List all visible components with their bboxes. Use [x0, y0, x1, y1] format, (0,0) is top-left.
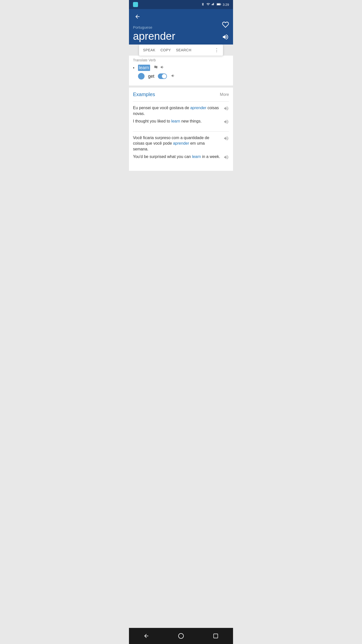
- word-title: aprender: [133, 30, 229, 42]
- favorite-button[interactable]: [222, 21, 229, 30]
- speaker-example-en-1[interactable]: [223, 119, 229, 126]
- highlighted-aprender-2: aprender: [173, 141, 189, 145]
- highlighted-learn-2: learn: [192, 154, 201, 159]
- speak-button[interactable]: SPEAK: [143, 47, 155, 53]
- highlighted-learn-1: learn: [171, 119, 180, 123]
- translation-section: Translate Verb • learn get: [129, 56, 233, 86]
- signal-icon: [212, 3, 215, 7]
- nav-home-button[interactable]: [176, 631, 186, 641]
- header: Portuguese aprender: [129, 9, 233, 47]
- back-button[interactable]: [133, 12, 142, 21]
- status-bar-right: 3:29: [201, 3, 229, 7]
- bottom-nav: [129, 628, 233, 644]
- speaker-icon-learn[interactable]: [160, 65, 165, 71]
- speaker-icon-get[interactable]: [171, 73, 175, 79]
- svg-point-3: [178, 633, 184, 638]
- wifi-icon: [206, 3, 210, 7]
- svg-rect-4: [214, 634, 218, 638]
- bluetooth-icon: [201, 3, 205, 7]
- section-title: Translate Verb: [133, 58, 229, 62]
- svg-rect-2: [217, 4, 220, 5]
- search-button[interactable]: SEARCH: [176, 47, 191, 53]
- battery-icon: [217, 3, 221, 7]
- toggle-get[interactable]: [158, 73, 167, 79]
- more-link[interactable]: More: [220, 92, 229, 97]
- language-label: Portuguese: [133, 25, 229, 29]
- example-item-1: Eu pensei que você gostava de aprender c…: [133, 101, 229, 131]
- word-get: get: [148, 74, 154, 79]
- example-portuguese-1: Eu pensei que você gostava de aprender c…: [133, 105, 223, 116]
- pronounce-button[interactable]: [222, 33, 229, 42]
- flag-icon-learn: [154, 65, 158, 70]
- bullet-learn: •: [133, 66, 134, 70]
- svg-rect-1: [220, 4, 221, 5]
- examples-header: Examples More: [133, 92, 229, 97]
- example-english-2: You'd be surprised what you can learn in…: [133, 154, 223, 159]
- example-row-pt-2: Você ficaria surpreso com a quantidade d…: [133, 135, 229, 152]
- example-item-2: Você ficaria surpreso com a quantidade d…: [133, 131, 229, 167]
- status-bar-left: [133, 2, 138, 7]
- example-english-1: I thought you liked to learn new things.: [133, 118, 223, 124]
- nav-recent-button[interactable]: [211, 631, 221, 641]
- examples-section: Examples More Eu pensei que você gostava…: [129, 88, 233, 171]
- context-menu: SPEAK COPY SEARCH ⋮: [139, 45, 223, 56]
- more-options-button[interactable]: ⋮: [214, 47, 219, 53]
- status-bar: 3:29: [129, 0, 233, 9]
- toggle-left[interactable]: [138, 73, 145, 79]
- speaker-example-pt-2[interactable]: [223, 136, 229, 142]
- word-learn: learn: [138, 65, 150, 71]
- example-row-en-1: I thought you liked to learn new things.: [133, 118, 229, 126]
- android-icon: [133, 2, 138, 7]
- example-portuguese-2: Você ficaria surpreso com a quantidade d…: [133, 135, 223, 152]
- speaker-example-pt-1[interactable]: [223, 106, 229, 112]
- word-item-learn: • learn: [133, 65, 229, 71]
- highlighted-aprender-1: aprender: [190, 106, 206, 110]
- time-display: 3:29: [223, 3, 229, 7]
- learn-controls: [154, 65, 165, 71]
- example-row-en-2: You'd be surprised what you can learn in…: [133, 154, 229, 161]
- copy-button[interactable]: COPY: [160, 47, 171, 53]
- examples-title: Examples: [133, 92, 155, 97]
- word-item-get: get: [138, 73, 229, 79]
- example-row-pt-1: Eu pensei que você gostava de aprender c…: [133, 105, 229, 116]
- speaker-example-en-2[interactable]: [223, 154, 229, 161]
- nav-back-button[interactable]: [141, 631, 151, 641]
